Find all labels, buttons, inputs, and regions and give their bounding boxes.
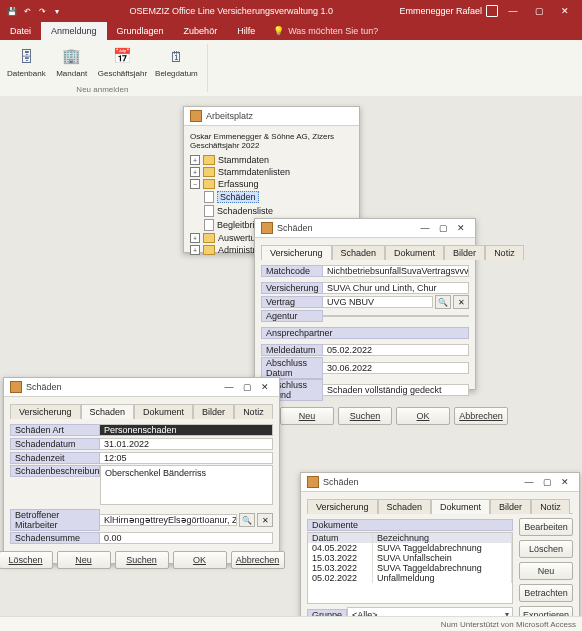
minimize-button[interactable]: — [502, 2, 524, 20]
tab-notiz[interactable]: Notiz [234, 404, 273, 419]
bearbeiten-button[interactable]: Bearbeiten [519, 518, 573, 536]
ribbon-datenbank[interactable]: 🗄Datenbank [4, 43, 49, 80]
neu-button[interactable]: Neu [519, 562, 573, 580]
menu-datei[interactable]: Datei [0, 22, 41, 40]
clear-button[interactable]: ✕ [453, 295, 469, 309]
minimize-button[interactable]: — [521, 476, 537, 488]
label-ansprechpartner: Ansprechpartner [261, 327, 469, 339]
clear-button[interactable]: ✕ [257, 513, 273, 527]
ok-button[interactable]: OK [396, 407, 450, 425]
tab-bilder[interactable]: Bilder [490, 499, 531, 514]
maximize-button[interactable]: ▢ [239, 381, 255, 393]
lookup-button[interactable]: 🔍 [239, 513, 255, 527]
suchen-button[interactable]: Suchen [338, 407, 392, 425]
field-meldedatum[interactable]: 05.02.2022 [323, 344, 469, 356]
close-button[interactable]: ✕ [453, 222, 469, 234]
abbrechen-button[interactable]: Abbrechen [454, 407, 508, 425]
field-schadenzeit[interactable]: 12:05 [100, 452, 273, 464]
year-label: Geschäftsjahr 2022 [190, 141, 353, 150]
qat-save-icon[interactable]: 💾 [6, 5, 18, 17]
label-schadendatum: Schadendatum [10, 438, 100, 450]
neu-button[interactable]: Neu [280, 407, 334, 425]
close-button[interactable]: ✕ [257, 381, 273, 393]
qat-more-icon[interactable]: ▾ [51, 5, 63, 17]
minimize-button[interactable]: — [417, 222, 433, 234]
close-button[interactable]: ✕ [554, 2, 576, 20]
ribbon-geschaeftsjahr[interactable]: 📅Geschäftsjahr [95, 43, 150, 80]
menubar: Datei Anmeldung Grundlagen Zubehör Hilfe… [0, 22, 582, 40]
table-row[interactable]: 15.03.2022SUVA Taggeldabrechnung [308, 563, 512, 573]
expand-icon[interactable]: + [190, 245, 200, 255]
loeschen-button[interactable]: Löschen [519, 540, 573, 558]
table-row[interactable]: 15.03.2022SUVA Unfallschein [308, 553, 512, 563]
field-vertrag[interactable]: UVG NBUV [323, 296, 433, 308]
qat-redo-icon[interactable]: ↷ [36, 5, 48, 17]
table-row[interactable]: 05.02.2022Unfallmeldung [308, 573, 512, 583]
ribbon-mandant[interactable]: 🏢Mandant [51, 43, 93, 80]
tab-notiz[interactable]: Notiz [485, 245, 524, 260]
tab-schaden[interactable]: Schaden [332, 245, 386, 260]
user-name: Emmenegger Rafael [399, 6, 482, 16]
label-meldedatum: Meldedatum [261, 344, 323, 356]
tab-bilder[interactable]: Bilder [193, 404, 234, 419]
field-abschlussdatum[interactable]: 30.06.2022 [323, 362, 469, 374]
maximize-button[interactable]: ▢ [539, 476, 555, 488]
tree-stammdatenlisten[interactable]: +Stammdatenlisten [190, 166, 353, 178]
tab-dokument[interactable]: Dokument [385, 245, 444, 260]
expand-icon[interactable]: + [190, 233, 200, 243]
table-row[interactable]: 04.05.2022SUVA Taggeldabrechnung [308, 543, 512, 553]
col-datum[interactable]: Datum [308, 533, 373, 543]
field-schaden-art[interactable]: Personenschaden [100, 424, 273, 436]
neu-button[interactable]: Neu [57, 551, 111, 569]
lookup-button[interactable]: 🔍 [435, 295, 451, 309]
field-versicherung[interactable]: SUVA Chur und Linth, Chur [323, 282, 469, 294]
window-title: Schäden [277, 223, 313, 233]
ribbon-separator [207, 44, 208, 92]
tab-dokument[interactable]: Dokument [134, 404, 193, 419]
expand-icon[interactable]: + [190, 167, 200, 177]
field-matchcode[interactable]: NichtbetriebsunfallSuvaVertragsvvv«nB+uw… [323, 265, 469, 277]
menu-anmeldung[interactable]: Anmeldung [41, 22, 107, 40]
col-bezeichnung[interactable]: Bezeichnung [373, 533, 512, 543]
field-abschlussgrund[interactable]: Schaden vollständig gedeckt [323, 384, 469, 396]
abbrechen-button[interactable]: Abbrechen [231, 551, 285, 569]
tab-schaden[interactable]: Schaden [81, 404, 135, 419]
database-icon: 🗄 [15, 45, 37, 67]
menu-zubehoer[interactable]: Zubehör [174, 22, 228, 40]
tell-me[interactable]: 💡Was möchten Sie tun? [265, 22, 386, 40]
qat-undo-icon[interactable]: ↶ [21, 5, 33, 17]
close-button[interactable]: ✕ [557, 476, 573, 488]
tab-versicherung[interactable]: Versicherung [261, 245, 332, 260]
tab-notiz[interactable]: Notiz [531, 499, 570, 514]
ribbon-belegdatum[interactable]: 🗓Belegdatum [152, 43, 201, 80]
collapse-icon[interactable]: − [190, 179, 200, 189]
avatar[interactable] [486, 5, 498, 17]
tab-dokument[interactable]: Dokument [431, 499, 490, 514]
field-schadendatum[interactable]: 31.01.2022 [100, 438, 273, 450]
field-schadenbeschreibung[interactable]: Oberschenkel Bänderriss [100, 465, 273, 505]
lightbulb-icon: 💡 [273, 26, 284, 36]
documents-table: DatumBezeichnung 04.05.2022SUVA Taggelda… [307, 532, 513, 604]
tab-schaden[interactable]: Schaden [378, 499, 432, 514]
tree-schadenliste[interactable]: Schadensliste [204, 204, 353, 218]
tab-versicherung[interactable]: Versicherung [10, 404, 81, 419]
minimize-button[interactable]: — [221, 381, 237, 393]
folder-icon [203, 155, 215, 165]
field-agentur[interactable] [323, 315, 469, 317]
maximize-button[interactable]: ▢ [435, 222, 451, 234]
field-mitarbeiter[interactable]: KlHirnəngəttreyElsəgörtIoanur, Zugw [100, 514, 237, 526]
tree-schaeden[interactable]: Schäden [204, 190, 353, 204]
suchen-button[interactable]: Suchen [115, 551, 169, 569]
menu-hilfe[interactable]: Hilfe [227, 22, 265, 40]
tab-versicherung[interactable]: Versicherung [307, 499, 378, 514]
expand-icon[interactable]: + [190, 155, 200, 165]
maximize-button[interactable]: ▢ [528, 2, 550, 20]
menu-grundlagen[interactable]: Grundlagen [107, 22, 174, 40]
betrachten-button[interactable]: Betrachten [519, 584, 573, 602]
field-schadensumme[interactable]: 0.00 [100, 532, 273, 544]
tree-stammdaten[interactable]: +Stammdaten [190, 154, 353, 166]
tree-erfassung[interactable]: −Erfassung [190, 178, 353, 190]
ok-button[interactable]: OK [173, 551, 227, 569]
tab-bilder[interactable]: Bilder [444, 245, 485, 260]
loeschen-button[interactable]: Löschen [0, 551, 53, 569]
